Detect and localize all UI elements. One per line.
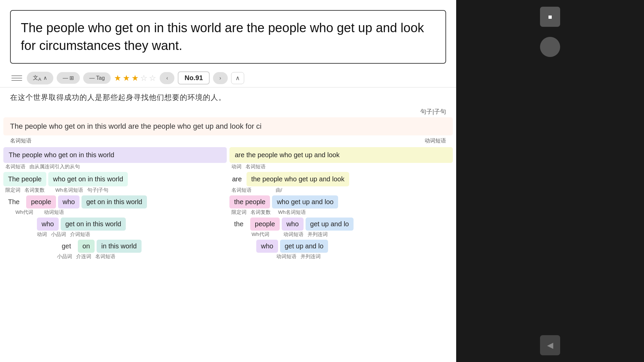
nav-number: No.91 [178, 71, 209, 84]
nav-next-button[interactable]: › [213, 72, 228, 84]
level1-right-block: are the people who get up and look [229, 147, 453, 163]
label-verb-phrase: 动词短语 [425, 137, 446, 144]
level2-row: The people who get on in this world are … [3, 172, 453, 186]
level2-left: The people who get on in this world [3, 172, 227, 186]
sidebar-circle-button[interactable] [540, 37, 560, 57]
chip-in-this-world-l5: in this world [97, 240, 142, 253]
toolbar: 文A ∧ — ⊞ — Tag ★ ★ ★ ☆ ☆ ‹ No.91 › ∧ [0, 69, 456, 87]
level4-right: the people who get up and lo [229, 218, 453, 231]
square-icon: ■ [548, 13, 552, 21]
level2-left-chip2: who get on in this world [48, 172, 128, 186]
tag-label: — Tag [89, 75, 105, 81]
level5-left-labels: 小品词 介连词 名词短语 [3, 253, 227, 260]
level2-right: are the people who get up and look [229, 172, 453, 186]
tree-area: The people who get on in this world are … [0, 117, 456, 362]
chip-who-l5: who [256, 240, 278, 253]
chinese-translation: 在这个世界取得成功的人是那些起身寻找他们想要的环境的人。 [0, 87, 456, 106]
level2-left-labels: 限定词 名词复数 Wh名词短语 句子|子句 [3, 187, 227, 193]
chip-who-left: who [58, 195, 80, 208]
level4-labels: 动词 小品词 介词短语 Wh代词 动词短语 并列连词 [3, 231, 453, 238]
level5-right: who get up and lo [229, 240, 453, 253]
star-1[interactable]: ★ [114, 73, 121, 83]
chip-the-people-right: the people [229, 195, 270, 208]
nav-next-icon: › [219, 75, 221, 81]
level2-left-chip1: The people [3, 172, 46, 186]
section-label: 句子|子句 [0, 106, 456, 117]
nav-prev-button[interactable]: ‹ [160, 72, 174, 84]
level2-right-labels: 名词短语 由/ [229, 187, 453, 193]
quote-box: The people who get on in this world are … [10, 10, 446, 64]
level4-right-labels: Wh代词 动词短语 并列连词 [229, 231, 453, 238]
level3-left-labels: Wh代词 动词短语 [3, 209, 227, 216]
chip-people: people [26, 195, 56, 208]
nav-prev-icon: ‹ [166, 75, 168, 81]
level1-left-labels: 名词短语 由从属连词引入的从句 [3, 164, 227, 170]
sidebar-square-button[interactable]: ■ [540, 7, 560, 27]
chip-get-on-world: get on in this world [82, 195, 147, 208]
level5-row: get on in this world who get up and lo [3, 240, 453, 253]
level4-left: who get on in this world [3, 218, 227, 231]
star-2[interactable]: ★ [123, 73, 130, 83]
level3-left: The people who get on in this world [3, 195, 227, 208]
chip-getup-l5: get up and lo [280, 240, 328, 253]
level3-right: the people who get up and loo [229, 195, 453, 208]
star-5[interactable]: ☆ [149, 73, 156, 83]
level5-labels: 小品词 介连词 名词短语 动词短语 并列连词 [3, 253, 453, 260]
translate-button[interactable]: 文A ∧ [27, 72, 53, 84]
full-sentence-text: The people who get on in this world are … [10, 122, 262, 130]
level2-right-chip1: are [229, 172, 245, 186]
collapse-icon: ∧ [235, 75, 240, 81]
label-noun-phrase: 名词短语 [10, 137, 32, 144]
level1-row: The people who get on in this world are … [3, 147, 453, 163]
split-labels: 名词短语 动词短语 [3, 136, 453, 146]
chip-the-l4: the [229, 218, 248, 231]
translate-icon: 文A [33, 74, 41, 82]
chip-get-on-l4: get on in this world [61, 218, 126, 231]
level4-left-labels: 动词 小品词 介词短语 [3, 231, 227, 238]
chip-who-get-up: who get up and loo [272, 195, 338, 208]
chip-people-l4: people [250, 218, 280, 231]
chinese-text: 在这个世界取得成功的人是那些起身寻找他们想要的环境的人。 [10, 93, 226, 102]
chip-on-l5: on [78, 240, 95, 253]
tag-button[interactable]: — Tag [83, 72, 111, 84]
level1-left-block: The people who get on in this world [3, 147, 227, 163]
level2-right-chip2: the people who get up and look [247, 172, 349, 186]
level4-row: who get on in this world the people who [3, 218, 453, 231]
star-3[interactable]: ★ [131, 73, 139, 83]
star-4[interactable]: ☆ [140, 73, 148, 83]
chip-who-l4r: who [282, 218, 304, 231]
level1-right-labels: 动词 名词短语 [229, 164, 453, 170]
quote-text: The people who get on in this world are … [21, 21, 424, 53]
level3-row: The people who get on in this world the … [3, 195, 453, 208]
level1-labels: 名词短语 由从属连词引入的从句 动词 名词短语 [3, 164, 453, 170]
chip-get-l5: get [57, 240, 76, 253]
right-sidebar: ■ ◀ [456, 0, 644, 362]
main-content: The people who get on in this world are … [0, 0, 456, 362]
arrow-left-icon: ◀ [547, 341, 553, 350]
parse-button[interactable]: — ⊞ [57, 72, 80, 84]
chip-who-l4: who [37, 218, 59, 231]
chip-getup-l4: get up and lo [306, 218, 354, 231]
level2-labels: 限定词 名词复数 Wh名词短语 句子|子句 名词短语 由/ [3, 187, 453, 193]
full-sentence-row: The people who get on in this world are … [3, 117, 453, 135]
stars-rating[interactable]: ★ ★ ★ ☆ ☆ [114, 73, 156, 83]
chip-the: The [3, 195, 24, 208]
level5-right-labels: 动词短语 并列连词 [229, 253, 453, 260]
collapse-button[interactable]: ∧ [231, 72, 244, 84]
translate-label: ∧ [43, 75, 47, 81]
level3-right-labels: 限定词 名词复数 Wh名词短语 [229, 209, 453, 216]
level3-labels: Wh代词 动词短语 限定词 名词复数 Wh名词短语 [3, 209, 453, 216]
parse-icon: — ⊞ [63, 75, 74, 81]
sidebar-arrow-button[interactable]: ◀ [540, 335, 560, 355]
menu-button[interactable] [10, 73, 23, 83]
level5-left: get on in this world [3, 240, 227, 253]
